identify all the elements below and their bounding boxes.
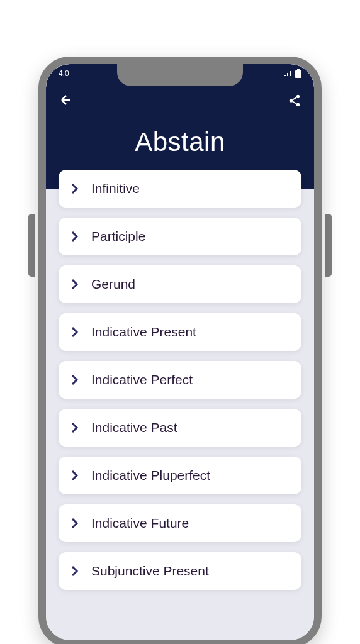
item-label: Infinitive — [91, 181, 140, 196]
page-title: Abstain — [46, 127, 314, 157]
phone-side-button-right — [325, 214, 332, 277]
header-top — [46, 83, 314, 111]
list-item-gerund[interactable]: Gerund — [59, 265, 301, 303]
svg-rect-0 — [295, 70, 301, 78]
chevron-right-icon — [71, 422, 79, 433]
chevron-right-icon — [71, 231, 79, 242]
svg-line-6 — [293, 101, 296, 104]
content-list: Infinitive Participle Gerund Indicative … — [46, 170, 314, 590]
chevron-right-icon — [71, 374, 79, 386]
battery-icon — [295, 69, 301, 78]
list-item-indicative-perfect[interactable]: Indicative Perfect — [59, 361, 301, 399]
signal-icon — [284, 70, 293, 77]
status-icons — [284, 69, 301, 78]
item-label: Gerund — [91, 277, 135, 292]
chevron-right-icon — [71, 518, 79, 529]
share-button[interactable] — [288, 94, 301, 110]
back-button[interactable] — [59, 92, 74, 111]
list-item-indicative-present[interactable]: Indicative Present — [59, 313, 301, 351]
list-item-indicative-past[interactable]: Indicative Past — [59, 409, 301, 447]
list-item-participle[interactable]: Participle — [59, 218, 301, 255]
item-label: Indicative Pluperfect — [91, 468, 210, 483]
item-label: Participle — [91, 229, 145, 244]
list-item-indicative-future[interactable]: Indicative Future — [59, 504, 301, 542]
svg-line-5 — [293, 97, 296, 100]
screen: 4.0 — [46, 64, 314, 640]
item-label: Indicative Past — [91, 420, 177, 435]
list-item-subjunctive-present[interactable]: Subjunctive Present — [59, 552, 301, 590]
status-time: 4.0 — [59, 69, 69, 78]
item-label: Indicative Present — [91, 325, 196, 340]
phone-side-button-left — [28, 214, 35, 277]
chevron-right-icon — [71, 279, 79, 290]
item-label: Indicative Perfect — [91, 372, 193, 387]
arrow-left-icon — [59, 92, 74, 108]
item-label: Subjunctive Present — [91, 564, 209, 579]
item-label: Indicative Future — [91, 516, 189, 531]
chevron-right-icon — [71, 470, 79, 481]
svg-point-2 — [296, 95, 300, 99]
svg-point-3 — [290, 99, 293, 103]
svg-rect-1 — [297, 69, 300, 70]
list-item-infinitive[interactable]: Infinitive — [59, 170, 301, 208]
phone-frame: 4.0 — [38, 57, 322, 644]
chevron-right-icon — [71, 183, 79, 194]
chevron-right-icon — [71, 565, 79, 577]
chevron-right-icon — [71, 326, 79, 338]
phone-notch — [117, 64, 243, 86]
list-item-indicative-pluperfect[interactable]: Indicative Pluperfect — [59, 457, 301, 494]
svg-point-4 — [296, 103, 300, 107]
share-icon — [288, 94, 301, 108]
